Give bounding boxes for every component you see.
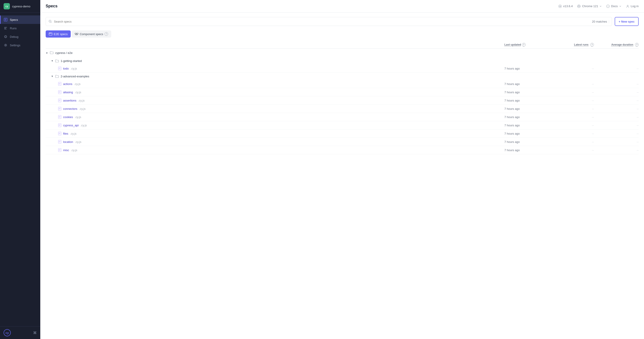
app-name: cypress-demo bbox=[12, 5, 30, 8]
tab-component[interactable]: Component specs ? bbox=[72, 30, 111, 37]
sidebar-item-debug[interactable]: Debug bbox=[0, 32, 40, 41]
last-updated-col-header: Last updated ? bbox=[504, 43, 549, 46]
spec-file-icon-cypress_api bbox=[58, 123, 61, 127]
cy-badge[interactable]: cy bbox=[4, 329, 11, 336]
search-icon bbox=[48, 20, 52, 23]
spec-ext-aliasing: .cy.js bbox=[75, 91, 81, 94]
spec-name-bold-files: files bbox=[63, 132, 68, 135]
subfolder1-name: 1-getting-started bbox=[61, 59, 82, 63]
spec-row-files[interactable]: files.cy.js 7 hours ago -- -- bbox=[46, 129, 639, 138]
spec-time-aliasing: 7 hours ago bbox=[504, 91, 549, 94]
docs-icon: ? bbox=[606, 4, 610, 8]
spec-name-bold-location: location bbox=[63, 140, 73, 144]
search-row: 20 matches + New spec bbox=[46, 17, 639, 26]
last-updated-help-icon[interactable]: ? bbox=[522, 43, 526, 46]
svg-rect-5 bbox=[5, 20, 6, 20]
docs-link[interactable]: ? Docs bbox=[606, 4, 622, 8]
svg-point-23 bbox=[49, 20, 51, 22]
spec-rows-container: actions.cy.js 7 hours ago -- -- aliasing… bbox=[46, 80, 639, 154]
spec-runs-files: -- bbox=[549, 132, 594, 135]
search-input-wrap: 20 matches bbox=[46, 17, 612, 26]
spec-ext-assertions: .cy.js bbox=[78, 99, 84, 102]
svg-rect-3 bbox=[5, 19, 6, 19]
component-tab-help-icon[interactable]: ? bbox=[104, 32, 108, 36]
spec-row-actions[interactable]: actions.cy.js 7 hours ago -- -- bbox=[46, 80, 639, 88]
svg-point-11 bbox=[5, 37, 6, 37]
browser-info[interactable]: Chrome 121 bbox=[577, 4, 602, 8]
spec-row-location[interactable]: location.cy.js 7 hours ago -- -- bbox=[46, 138, 639, 146]
spec-ext-location: .cy.js bbox=[75, 140, 82, 144]
spec-time-cypress_api: 7 hours ago bbox=[504, 124, 549, 127]
new-spec-button[interactable]: + New spec bbox=[615, 17, 639, 26]
spec-time-misc: 7 hours ago bbox=[504, 148, 549, 152]
root-folder: ▼ cypress / e2e ▼ 1-getting-started bbox=[46, 48, 639, 154]
specs-icon bbox=[4, 18, 8, 22]
spec-name-bold-cypress_api: cypress_api bbox=[63, 124, 78, 127]
tab-e2e[interactable]: E2E specs bbox=[46, 30, 71, 37]
subfolder-1-getting-started[interactable]: ▼ 1-getting-started bbox=[46, 57, 639, 64]
spec-file-icon-aliasing bbox=[58, 90, 61, 94]
debug-icon bbox=[4, 35, 8, 39]
spec-runs-assertions: -- bbox=[549, 99, 594, 102]
latest-runs-help-icon[interactable]: ? bbox=[590, 43, 594, 46]
spec-runs-connectors: -- bbox=[549, 107, 594, 110]
sidebar-nav: Specs Runs Debug bbox=[0, 13, 40, 326]
spec-name-bold-assertions: assertions bbox=[63, 99, 76, 102]
keyboard-shortcut-icon[interactable]: ⌘ bbox=[33, 331, 37, 335]
sidebar-item-runs[interactable]: Runs bbox=[0, 24, 40, 32]
root-folder-row[interactable]: ▼ cypress / e2e bbox=[46, 48, 639, 57]
spec-time-files: 7 hours ago bbox=[504, 132, 549, 135]
spec-runs-actions: -- bbox=[549, 82, 594, 86]
subfolder-2-advanced-examples[interactable]: ▼ 2-advanced-examples bbox=[46, 73, 639, 80]
subfolder2-chevron-icon: ▼ bbox=[51, 75, 54, 78]
svg-point-28 bbox=[50, 33, 51, 33]
search-input[interactable] bbox=[54, 20, 590, 23]
spec-col-header bbox=[46, 43, 504, 46]
spec-name-bold-cookies: cookies bbox=[63, 115, 73, 119]
spec-row-cookies[interactable]: cookies.cy.js 7 hours ago -- -- bbox=[46, 113, 639, 121]
sidebar-item-settings[interactable]: Settings bbox=[0, 41, 40, 49]
spec-row-misc[interactable]: misc.cy.js 7 hours ago -- -- bbox=[46, 146, 639, 154]
spec-runs-cookies: -- bbox=[549, 115, 594, 119]
spec-ext-connectors: .cy.js bbox=[79, 107, 86, 110]
avg-duration-help-icon[interactable]: ? bbox=[635, 43, 639, 46]
spec-name-bold-connectors: connectors bbox=[63, 107, 78, 110]
svg-point-27 bbox=[50, 33, 50, 33]
spec-time-actions: 7 hours ago bbox=[504, 82, 549, 86]
spec-row-connectors[interactable]: connectors.cy.js 7 hours ago -- -- bbox=[46, 105, 639, 113]
sidebar-item-specs[interactable]: Specs bbox=[0, 15, 40, 24]
login-button[interactable]: Log in bbox=[626, 4, 639, 8]
docs-label: Docs bbox=[611, 4, 618, 8]
spec-row-cypress_api[interactable]: cypress_api.cy.js 7 hours ago -- -- bbox=[46, 121, 639, 129]
spec-ext-cypress_api: .cy.js bbox=[80, 124, 87, 127]
svg-rect-30 bbox=[77, 33, 78, 34]
spec-file-icon-misc bbox=[58, 148, 61, 152]
page-title: Specs bbox=[46, 4, 58, 8]
subfolder2-icon bbox=[55, 74, 59, 78]
spec-name-assertions: assertions.cy.js bbox=[58, 99, 504, 102]
spec-row-aliasing[interactable]: aliasing.cy.js 7 hours ago -- -- bbox=[46, 88, 639, 96]
latest-runs-col-header: Latest runs ? bbox=[549, 43, 594, 46]
login-label: Log in bbox=[631, 4, 639, 8]
spec-time-todo: 7 hours ago bbox=[504, 67, 549, 70]
spec-duration-assertions: -- bbox=[594, 99, 639, 102]
spec-duration-aliasing: -- bbox=[594, 91, 639, 94]
spec-ext-cookies: .cy.js bbox=[75, 115, 81, 119]
settings-icon bbox=[4, 43, 8, 47]
spec-name-bold-actions: actions bbox=[63, 82, 72, 86]
root-folder-name: cypress / e2e bbox=[55, 51, 72, 54]
spec-name-aliasing: aliasing.cy.js bbox=[58, 90, 504, 94]
browser-label: Chrome 121 bbox=[582, 4, 598, 8]
spec-duration-location: -- bbox=[594, 140, 639, 144]
svg-point-12 bbox=[5, 44, 6, 46]
subfolder1-chevron-icon: ▼ bbox=[51, 59, 54, 62]
spec-duration-todo: -- bbox=[594, 67, 639, 70]
spec-ext-todo: .cy.js bbox=[70, 67, 77, 70]
spec-name-bold-todo: todo bbox=[63, 67, 69, 70]
spec-runs-location: -- bbox=[549, 140, 594, 144]
svg-point-14 bbox=[560, 5, 560, 7]
spec-row-assertions[interactable]: assertions.cy.js 7 hours ago -- -- bbox=[46, 96, 639, 105]
spec-row-todo[interactable]: todo.cy.js 7 hours ago -- -- bbox=[46, 64, 639, 73]
app-logo-icon: cy bbox=[4, 3, 10, 9]
tab-e2e-label: E2E specs bbox=[54, 32, 68, 36]
